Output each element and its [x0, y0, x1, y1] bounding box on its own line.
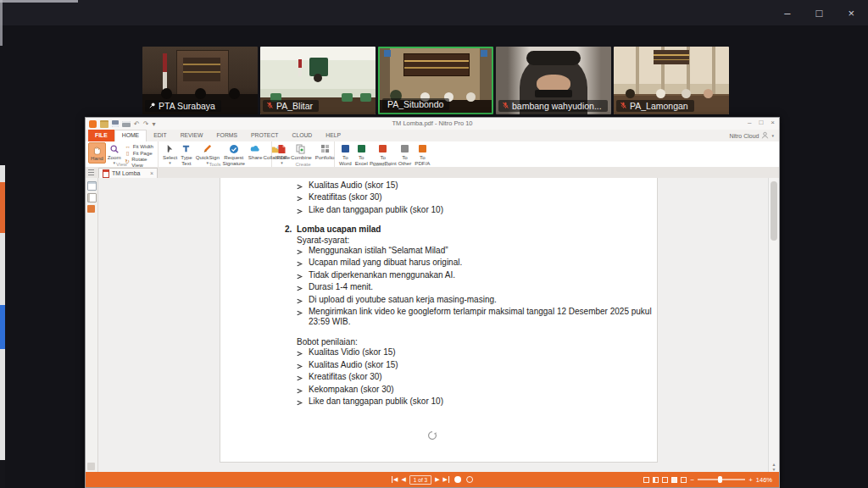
fit-page-icon: ▯ [125, 151, 131, 157]
list-item: Kualitas Vidio (skor 15) [297, 347, 657, 359]
undo-icon[interactable]: ↶ [134, 120, 140, 128]
document-tab[interactable]: TM Lomba × [98, 168, 158, 178]
redo-icon[interactable]: ↷ [143, 120, 149, 128]
ribbon-group-convert: To Word To Excel To PowerPoint To Other … [335, 141, 428, 167]
tab-protect[interactable]: PROTECT [244, 130, 285, 141]
account-label: Nitro Cloud [729, 133, 759, 139]
video-tile-pta-surabaya[interactable]: PTA Surabaya [142, 47, 258, 114]
pdf-status-bar: ◀ ◀ 1 of 3 ▶ ▶ − + 146% [86, 472, 779, 487]
tab-home[interactable]: HOME [114, 130, 147, 141]
tab-edit[interactable]: EDIT [147, 130, 173, 141]
bullet-list-top: Kualitas Audio (skor 15) Kreatifitas (sk… [220, 180, 657, 217]
tab-list-icon[interactable] [88, 169, 94, 175]
first-page-button[interactable]: ◀ [392, 476, 398, 483]
page-navigation: ◀ ◀ 1 of 3 ▶ ▶ [392, 472, 473, 487]
minimize-button[interactable]: – [784, 7, 790, 19]
background-window-edge [0, 0, 3, 46]
arrow-bullet-icon [297, 372, 309, 384]
video-tile-pa-lamongan[interactable]: PA_Lamongan [614, 47, 729, 114]
document-tab-label: TM Lomba [112, 170, 140, 176]
list-item: Like dan tanggapan publik (skor 10) [297, 396, 657, 408]
last-page-button[interactable]: ▶ [443, 476, 449, 483]
scene-shape [229, 88, 240, 99]
combine-button[interactable]: Combine [289, 142, 314, 162]
zoom-percent[interactable]: 146% [756, 476, 772, 484]
scene-shape [342, 93, 353, 102]
mic-muted-icon [620, 101, 627, 111]
participant-label: PA_Situbondo [382, 98, 449, 110]
ribbon: Hand Zoom ▾ ↔ Fit Width ▯ Fit Page [86, 141, 779, 168]
close-button[interactable]: × [848, 7, 854, 19]
maximize-button[interactable]: □ [816, 7, 823, 19]
minimize-button[interactable]: – [748, 119, 751, 126]
open-icon[interactable] [100, 120, 108, 128]
zoom-controls: − + 146% [643, 472, 772, 487]
next-page-button[interactable]: ▶ [435, 476, 439, 483]
qat-menu-caret-icon[interactable]: ▾ [152, 120, 155, 128]
zoom-slider-thumb[interactable] [718, 476, 722, 483]
previous-view-button[interactable] [454, 476, 461, 483]
scene-shape [161, 88, 172, 99]
maximize-button[interactable]: □ [759, 119, 763, 126]
avatar-icon [761, 131, 769, 140]
participant-label: PA_Blitar [263, 100, 319, 112]
pages-panel-icon[interactable] [87, 181, 97, 191]
vertical-scrollbar[interactable]: ▲▼ [768, 178, 779, 474]
account-menu[interactable]: Nitro Cloud ▾ [729, 130, 774, 141]
zoom-slider[interactable] [698, 476, 745, 483]
tab-help[interactable]: HELP [319, 130, 348, 141]
arrow-bullet-icon [297, 246, 309, 258]
facing-view-icon[interactable] [662, 477, 668, 483]
participant-name: bambang wahyudion... [512, 101, 602, 111]
panel-options-icon[interactable] [87, 463, 95, 470]
list-item: Mengirimkan link video ke googleform ter… [297, 307, 657, 328]
zoom-out-button[interactable]: − [690, 476, 694, 484]
document-canvas[interactable]: Kualitas Audio (skor 15) Kreatifitas (sk… [97, 178, 770, 474]
tab-review[interactable]: REVIEW [174, 130, 210, 141]
bookmarks-panel-icon[interactable] [87, 193, 97, 202]
save-icon[interactable] [112, 120, 119, 127]
continuous-view-icon[interactable] [653, 477, 659, 483]
print-icon[interactable] [122, 121, 131, 127]
arrow-bullet-icon [297, 295, 309, 307]
hand-tool-button[interactable]: Hand [88, 142, 106, 164]
sliver-dark [0, 460, 5, 488]
fit-width-button[interactable]: ↔ Fit Width [125, 144, 155, 150]
previous-page-button[interactable]: ◀ [401, 476, 405, 483]
pdf-page[interactable]: Kualitas Audio (skor 15) Kreatifitas (sk… [220, 178, 658, 463]
next-view-button[interactable] [466, 476, 473, 483]
video-tile-bambang[interactable]: bambang wahyudion... [496, 47, 611, 114]
conference-titlebar [0, 0, 868, 25]
to-powerpoint-icon [377, 143, 388, 154]
tab-forms[interactable]: FORMS [209, 130, 244, 141]
video-strip: PTA Surabaya PA_Blitar [142, 47, 729, 114]
headphones-shape [526, 51, 581, 65]
share-button[interactable]: Share [247, 142, 264, 162]
ribbon-tab-row: FILE HOME EDIT REVIEW FORMS PROTECT CLOU… [86, 130, 779, 142]
scene-shape [314, 74, 322, 82]
portfolio-button[interactable]: Portfolio [314, 142, 337, 162]
close-button[interactable]: × [771, 119, 775, 126]
video-tile-pa-blitar[interactable]: PA_Blitar [260, 47, 376, 114]
video-tile-pa-situbondo[interactable]: PA_Situbondo [378, 47, 493, 114]
signatures-panel-icon[interactable] [87, 205, 95, 213]
type-text-icon [181, 143, 192, 154]
close-tab-icon[interactable]: × [150, 170, 153, 176]
arrow-bullet-icon [297, 205, 309, 217]
fullscreen-view-icon[interactable] [681, 477, 687, 483]
scene-shape [704, 89, 713, 98]
tab-file[interactable]: FILE [88, 130, 114, 141]
page-indicator[interactable]: 1 of 3 [409, 475, 431, 485]
scroll-arrows-icon[interactable]: ▲▼ [771, 462, 777, 472]
section-number: 2. [285, 225, 297, 235]
fit-width-view-icon[interactable] [671, 477, 677, 483]
list-item: Kualitas Audio (skor 15) [297, 360, 657, 372]
tab-cloud[interactable]: CLOUD [285, 130, 319, 141]
scrollbar-thumb[interactable] [771, 181, 777, 241]
to-other-icon [399, 143, 410, 154]
zoom-in-button[interactable]: + [748, 476, 753, 484]
single-page-view-icon[interactable] [643, 477, 649, 483]
arrow-bullet-icon [297, 307, 309, 328]
scene-shape [626, 89, 635, 98]
document-area: Kualitas Audio (skor 15) Kreatifitas (sk… [86, 178, 779, 474]
